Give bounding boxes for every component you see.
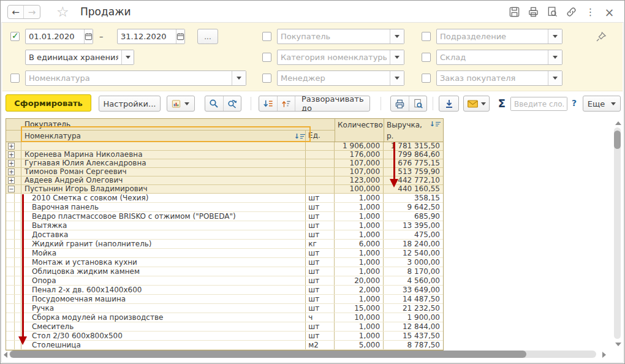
chevron-down-icon [553,35,558,38]
detail-row[interactable]: Посудомоечная машина шт 1,000 14 487,50 [6,295,443,304]
detail-row[interactable]: Мойка шт 1,000 12 540,00 [6,249,443,258]
column-header-revenue[interactable]: Выручка, р. ↓ [384,119,443,142]
detail-row[interactable]: Смеситель шт 1,000 12 844,00 [6,322,443,332]
dropdown-button[interactable] [548,50,562,64]
vertical-scroll-up-arrow[interactable] [615,121,621,125]
save-icon[interactable] [509,6,520,18]
horizontal-scroll-left-arrow[interactable] [4,352,7,358]
column-header-unit[interactable]: Ед. [306,131,335,142]
detail-row[interactable]: Варочная панель шт 1,000 9 642,50 [6,203,443,212]
department-input[interactable] [437,29,548,44]
detail-row[interactable]: Опора шт 20,000 4 560,00 [6,276,443,286]
nomenclature-checkbox[interactable] [10,74,20,83]
detail-row[interactable]: Монтаж и установка кухни шт 1,000 3 000,… [6,258,443,267]
dropdown-button[interactable] [390,71,404,85]
print-preview-icon[interactable] [547,6,558,18]
detail-row[interactable]: Вытяжка шт 1,000 13 395,00 [6,221,443,230]
dropdown-button[interactable] [548,71,562,85]
expander-icon[interactable]: + [8,151,15,158]
category-input[interactable] [278,50,390,64]
dropdown-button[interactable] [121,50,134,64]
more-button[interactable]: Еще [583,96,621,112]
department-checkbox[interactable] [422,32,431,41]
order-input[interactable] [437,71,548,85]
expander-icon[interactable]: + [8,169,15,175]
detail-row[interactable]: Доставка шт 1,000 475,00 [6,230,443,240]
order-checkbox[interactable] [422,74,431,83]
generate-button[interactable]: Сформировать [6,94,91,112]
manager-checkbox[interactable] [262,74,271,83]
warehouse-input[interactable] [437,50,548,64]
preview-button[interactable] [409,96,427,111]
find-button[interactable] [205,96,223,111]
close-icon[interactable]: × [604,6,615,18]
forward-icon: → [28,7,36,18]
detail-row[interactable]: Стол 2/30 600х800х500 шт 1,000 15 437,50 [6,332,443,341]
print-button[interactable] [391,96,409,111]
expander-icon[interactable]: + [8,160,15,167]
vertical-scrollbar-thumb[interactable] [614,131,621,149]
buyer-checkbox[interactable] [262,32,271,41]
pin-icon[interactable] [594,30,608,44]
manager-input[interactable] [278,71,390,85]
link-icon[interactable] [566,6,577,18]
group-row[interactable]: + Гугнавая Юлия Александровна 107,000 67… [6,159,443,168]
detail-row[interactable]: Пенал 2-х дв. 600х1400х600 шт 2,000 33 6… [6,286,443,295]
expand-all-button[interactable] [259,96,277,111]
column-header-nomenclature[interactable]: Номенклатура ↓ [21,131,306,142]
detail-row[interactable]: Ведро пластмассовое BRISKO с отжимом ("P… [6,212,443,221]
help-button[interactable]: ? [572,98,577,108]
more-menu-icon[interactable]: ⋮ [585,6,596,18]
expand-to-button[interactable]: Разворачивать до [295,96,370,111]
export-save-button[interactable] [439,96,458,111]
calendar-button[interactable] [84,29,93,44]
calendar-button[interactable] [176,29,184,44]
forward-button[interactable]: → [24,6,40,18]
group-row[interactable]: + Тимонов Роман Сергеевич 107,000 513 75… [6,168,443,176]
period-from-input[interactable] [26,29,84,44]
detail-row[interactable]: Жидкий гранит (наполнитель) кг 6,000 18 … [6,240,443,249]
back-button[interactable]: ← [8,6,24,18]
column-header-buyer[interactable]: Покупатель [6,119,335,131]
expander-icon[interactable]: − [8,186,15,192]
column-header-quantity[interactable]: Количество [335,119,384,142]
group-row[interactable]: + Авдеев Андрей Олегович 123,000 442 772… [6,176,443,185]
unit-mode-value[interactable] [26,50,121,64]
dropdown-button[interactable] [232,71,246,85]
find-next-button[interactable] [223,96,241,111]
sort-descending-icon: ↓ [430,121,441,127]
period-options-button[interactable]: ... [197,29,218,44]
vertical-scrollbar-track[interactable] [614,127,621,339]
group-row[interactable]: − Пустынин Игорь Владимирович 100,000 44… [6,185,443,194]
group-row[interactable]: + Коренева Марина Николаевна 176,000 799… [6,151,443,159]
expander-icon[interactable]: + [8,177,15,184]
vertical-scroll-down-arrow[interactable] [615,343,621,346]
print-icon[interactable] [528,6,539,18]
sum-sigma-button[interactable]: Σ [494,97,509,110]
report-variants-button[interactable] [167,96,193,111]
total-row[interactable]: + 1 906,000 1 781 315,50 [6,142,443,151]
detail-row[interactable]: Сборка модулей на производстве ч 10,000 … [6,313,443,322]
detail-row[interactable]: Ручка шт 15,000 21 232,50 [6,304,443,313]
detail-row[interactable]: Столешница м2 5,000 8 787,50 [6,341,443,350]
dropdown-button[interactable] [548,29,562,44]
dropdown-button[interactable] [390,29,404,44]
collapse-all-button[interactable] [277,96,295,111]
period-checkbox[interactable]: ✓ [10,32,20,41]
quick-search-input[interactable] [511,97,567,110]
favorite-star-icon[interactable]: ☆ [56,4,69,20]
detail-row[interactable]: 2010 Сметка с совком (Чехия) шт 1,000 35… [6,194,443,203]
expander-icon[interactable]: + [8,143,15,150]
category-checkbox[interactable] [262,53,271,62]
horizontal-scrollbar-thumb[interactable] [10,351,526,358]
buyer-input[interactable] [278,29,390,44]
horizontal-scroll-right-arrow[interactable] [602,352,606,358]
buyer-name: Пустынин Игорь Владимирович [21,185,306,193]
send-email-button[interactable] [464,96,490,111]
nomenclature-input[interactable] [26,71,232,85]
warehouse-checkbox[interactable] [422,53,431,62]
period-to-input[interactable] [118,29,176,44]
dropdown-button[interactable] [390,50,404,64]
settings-button[interactable]: Настройки... [99,96,161,112]
detail-row[interactable]: Облицовка жидким камнем шт 1,000 8 170,0… [6,267,443,276]
